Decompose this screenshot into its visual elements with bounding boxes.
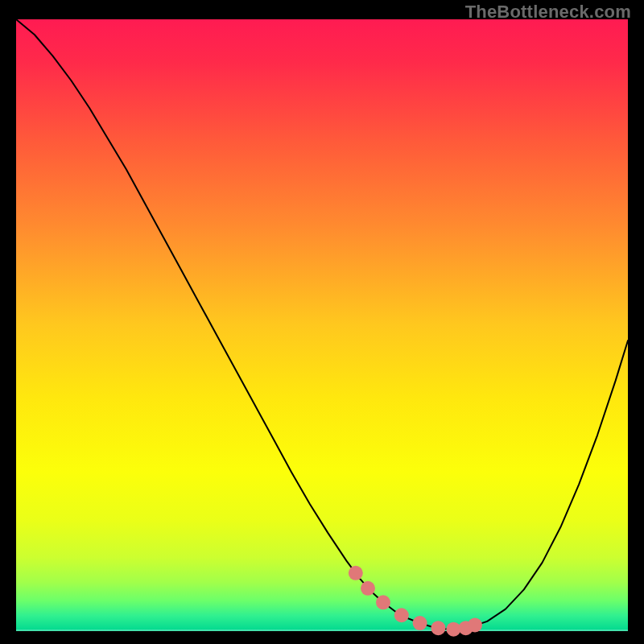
marker-point (361, 581, 375, 596)
chart-baseline (16, 630, 628, 631)
watermark-text: TheBottleneck.com (465, 2, 631, 23)
marker-point (394, 608, 409, 622)
marker-point (413, 616, 427, 630)
bottleneck-chart (0, 0, 644, 644)
marker-point (468, 617, 482, 632)
marker-point (376, 595, 390, 609)
marker-point (431, 621, 445, 635)
chart-background (16, 19, 628, 631)
chart-container: TheBottleneck.com (0, 0, 644, 644)
marker-point (446, 622, 460, 637)
marker-point (349, 566, 363, 580)
